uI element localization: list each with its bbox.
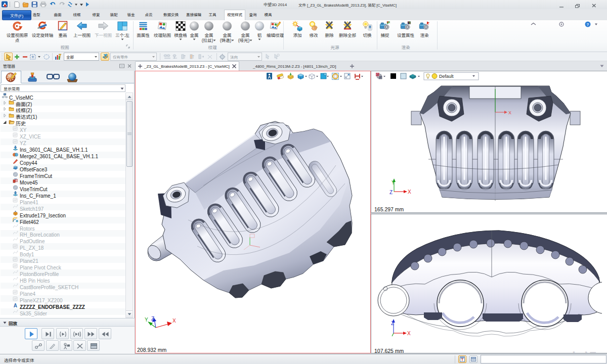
svg-text:T: T <box>461 358 464 361</box>
svg-text:X: X <box>172 318 176 324</box>
svg-text:Default: Default <box>439 74 454 79</box>
svg-text:?: ? <box>587 21 589 27</box>
svg-text:Y: Y <box>392 180 395 186</box>
svg-text:Z: Z <box>151 316 154 322</box>
svg-text:Z: Z <box>389 190 393 195</box>
svg-text:A: A <box>14 303 17 308</box>
svg-text:X: X <box>508 110 511 115</box>
svg-text:Y: Y <box>145 317 148 323</box>
